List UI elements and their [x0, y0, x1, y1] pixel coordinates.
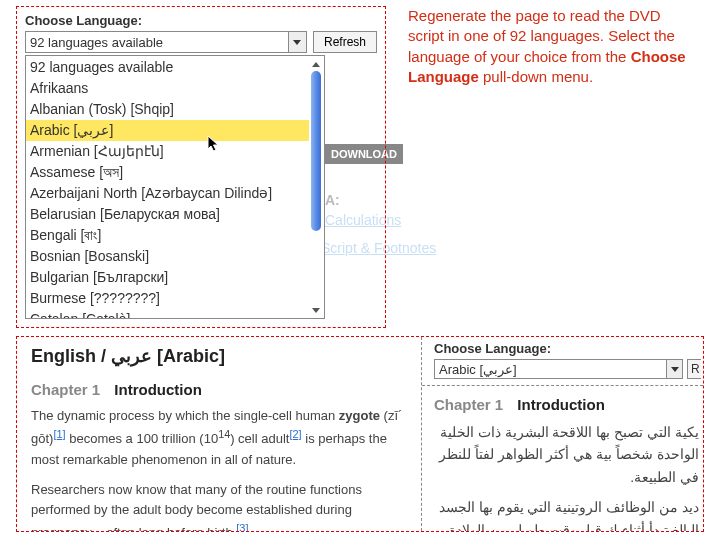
footnote-link-1[interactable]: [1] — [53, 428, 65, 440]
refresh-button-cut[interactable]: R — [687, 359, 701, 379]
language-option[interactable]: Bosnian [Bosanski] — [26, 246, 310, 267]
footnote-link-2[interactable]: [2] — [289, 428, 301, 440]
scroll-thumb[interactable] — [311, 71, 321, 231]
page-title: English / عربي [Arabic] — [31, 345, 407, 367]
arabic-column: Choose Language: Arabic [عربي] R Chapter… — [421, 337, 703, 531]
language-select-right-value: Arabic [عربي] — [439, 362, 517, 377]
language-select-right[interactable]: Arabic [عربي] — [434, 359, 683, 379]
language-option[interactable]: Catalan [Català] — [26, 309, 310, 319]
scroll-down-icon[interactable] — [310, 304, 322, 316]
language-dropdown-list[interactable]: 92 languages availableAfrikaansAlbanian … — [25, 55, 325, 319]
language-option[interactable]: Bengali [বাং] — [26, 225, 310, 246]
chevron-down-icon[interactable] — [288, 32, 306, 52]
language-option[interactable]: Bulgarian [Български] — [26, 267, 310, 288]
paragraph-2-en: Researchers now know that many of the ro… — [31, 480, 407, 532]
language-option[interactable]: Armenian [Հայերէն] — [26, 141, 310, 162]
language-option[interactable]: Arabic [عربي] — [26, 120, 310, 141]
english-column: English / عربي [Arabic] Chapter 1 Introd… — [17, 337, 419, 531]
choose-language-label: Choose Language: — [25, 13, 377, 28]
paragraph-1-ar: يكية التي تصبح بها اللاقحة البشرية ذات ا… — [434, 421, 701, 488]
language-option[interactable]: Azerbaijani North [Azərbaycan Dilində] — [26, 183, 310, 204]
instructions-text: Regenerate the page to read the DVD scri… — [408, 6, 698, 87]
language-option[interactable]: 92 languages available — [26, 57, 310, 78]
refresh-button[interactable]: Refresh — [313, 31, 377, 53]
language-option[interactable]: Burmese [????????] — [26, 288, 310, 309]
language-option[interactable]: Afrikaans — [26, 78, 310, 99]
language-selector-panel: Choose Language: 92 languages available … — [16, 6, 386, 328]
language-select[interactable]: 92 languages available — [25, 31, 307, 53]
scroll-up-icon[interactable] — [310, 58, 322, 70]
content-comparison-panel: English / عربي [Arabic] Chapter 1 Introd… — [16, 336, 704, 532]
scrollbar[interactable] — [309, 57, 323, 317]
chapter-heading-en: Chapter 1 Introduction — [31, 381, 407, 398]
chevron-down-icon[interactable] — [666, 360, 682, 378]
paragraph-1-en: The dynamic process by which the single-… — [31, 406, 407, 470]
language-option[interactable]: Albanian (Tosk) [Shqip] — [26, 99, 310, 120]
language-select-value: 92 languages available — [30, 35, 163, 50]
paragraph-2-ar: ديد من الوظائف الروتينية التي يقوم بها ا… — [434, 496, 701, 532]
language-option[interactable]: Belarusian [Беларуская мова] — [26, 204, 310, 225]
footnote-link-3[interactable]: [3] — [236, 522, 248, 532]
chapter-heading-ar: Chapter 1 Introduction — [434, 396, 701, 413]
language-option[interactable]: Assamese [অস] — [26, 162, 310, 183]
choose-language-label-right: Choose Language: — [434, 341, 701, 356]
